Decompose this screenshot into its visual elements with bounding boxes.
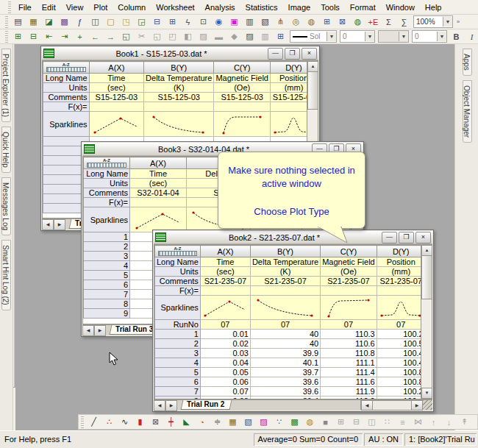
tab-scroll-left-icon[interactable]: ◀ [154,400,165,411]
cell[interactable]: 0.01 [200,330,250,339]
row-number[interactable]: 6 [84,280,130,290]
menu-grip[interactable] [8,1,11,13]
row-label[interactable]: Units [43,83,90,93]
polar-plot-icon[interactable]: ◍ [303,416,317,428]
zoom-out-icon[interactable]: ⊟ [349,416,363,428]
cell[interactable]: (sec) [200,267,250,277]
scroll-thumb[interactable] [307,71,318,110]
cell[interactable]: 07 [321,320,377,330]
left-dock-tab[interactable]: Quick Help [1,127,11,173]
find-icon[interactable]: ◎ [289,15,303,28]
minimize-button[interactable]: — [382,232,397,243]
set-as-y-icon[interactable]: ⊟ [26,30,40,43]
row-number[interactable]: 6 [155,377,201,387]
cell[interactable]: 0.07 [200,387,250,397]
cell[interactable]: Magnetic Field [214,74,271,83]
row-number[interactable]: 1 [155,330,201,339]
cell[interactable]: Time [200,257,250,267]
sheet-tab[interactable]: Trial Run 2 [181,400,232,410]
cell[interactable]: 07 [377,320,425,330]
cell[interactable]: Position [377,257,425,267]
cell[interactable]: (mm) [377,267,425,277]
tab-scroll-left-icon[interactable]: ◀ [82,325,94,336]
scroll-left-icon[interactable]: ◀ [361,400,373,410]
format-cells-icon[interactable]: ▧ [258,15,272,28]
right-dock-tab[interactable]: Object Manager [463,80,472,143]
close-button[interactable]: × [415,232,431,243]
pie-plot-icon[interactable]: ◔ [195,416,209,428]
cell[interactable]: Delta Temperature [250,257,320,267]
cell[interactable]: 0.04 [200,358,250,368]
fit-layer-icon[interactable]: ≡ [396,416,410,428]
menu-item[interactable]: Format [345,1,381,13]
column-header[interactable]: C(Y) [321,246,377,257]
row-label[interactable]: F(x)= [155,286,201,296]
row-number[interactable]: 8 [84,299,130,309]
pattern-icon[interactable]: ▨ [243,30,257,43]
highlight-icon[interactable]: ▨ [196,30,210,43]
menu-item[interactable]: Edit [37,1,61,13]
menu-item[interactable]: Window [381,1,420,13]
cell[interactable]: 07 [250,320,320,330]
front-icon[interactable]: ↟ [457,416,471,428]
tab-scroll-left-icon[interactable]: ◀ [42,219,54,230]
toolbar-grip[interactable] [5,31,8,43]
cell[interactable]: 39.6 [250,377,320,387]
book2-vertical-scrollbar[interactable]: ▲ ▼ [421,245,432,399]
right-dock-tab[interactable]: Apps [463,49,472,76]
cell[interactable]: 111.4 [321,368,377,377]
cell[interactable] [200,286,250,296]
sum-icon[interactable]: ∑ [397,15,411,28]
special-plot-icon[interactable]: ⊠ [149,416,163,428]
column-header[interactable]: A(X) [200,246,250,257]
line-width-combo[interactable]: 0 ▼ [340,30,375,43]
import-wizard-icon[interactable]: ϟ [181,15,195,28]
book1-titlebar[interactable]: Book1 - S15-125-03.dat * — ❐ × [42,47,318,60]
chevron-down-icon[interactable]: ▼ [327,32,336,41]
row-label[interactable]: F(x)= [84,198,130,207]
cell[interactable]: 40.1 [250,358,320,368]
image-plot-icon[interactable]: ■ [318,416,332,428]
toolbar-overflow-icon[interactable]: » [454,18,462,25]
chevron-down-icon[interactable]: ▼ [443,17,452,26]
menu-item[interactable]: Statistics [240,1,283,13]
paste-icon[interactable]: ◰ [165,30,179,43]
cell[interactable] [144,102,214,112]
cell[interactable]: S21-235-07 [377,277,425,286]
cell[interactable]: Time [130,169,187,179]
status-au-toggle[interactable]: AU : ON [364,433,403,446]
restore-button[interactable]: ❐ [399,232,414,243]
menu-item[interactable]: View [61,1,89,13]
row-label[interactable]: Units [84,179,130,188]
row-number[interactable]: 4 [155,358,201,368]
graph-window-icon[interactable]: ⊠ [335,15,349,28]
cell[interactable]: 0.03 [200,349,250,358]
row-number[interactable]: 7 [84,290,130,299]
new-graph-icon[interactable]: ◪ [42,15,56,28]
fill-pattern-icon[interactable]: ▥ [258,30,272,43]
cell[interactable]: 40 [250,339,320,349]
cell[interactable]: 110.8 [321,349,377,358]
cell[interactable]: (K) [144,83,214,93]
scroll-down-icon[interactable]: ▼ [421,388,432,399]
select-all-corner[interactable]: A-Z [43,62,90,74]
column-header[interactable]: C(Y) [214,62,271,74]
cell[interactable]: 111.9 [321,387,377,397]
scroll-thumb[interactable] [421,255,432,299]
row-number[interactable]: 1 [84,232,130,242]
row-label[interactable]: Units [155,267,201,277]
scroll-up-icon[interactable]: ▲ [307,61,318,72]
worksheet-window-icon[interactable]: ⊞ [320,15,334,28]
cell[interactable]: S15-125-03 [89,93,144,102]
bold-button[interactable]: B [449,30,463,43]
cell[interactable] [250,286,320,296]
new-layout-icon[interactable]: ◫ [88,15,102,28]
cell[interactable]: Time [89,74,144,83]
column-header[interactable]: B(Y) [250,246,320,257]
cell[interactable]: 110.3 [321,330,377,339]
cell[interactable]: 110.6 [321,339,377,349]
whole-page-icon[interactable]: ◫ [365,416,379,428]
new-workbook-icon[interactable]: ▦ [26,15,40,28]
column-header[interactable]: B(Y) [144,62,214,74]
copy-format-icon[interactable]: ◱ [119,30,133,43]
